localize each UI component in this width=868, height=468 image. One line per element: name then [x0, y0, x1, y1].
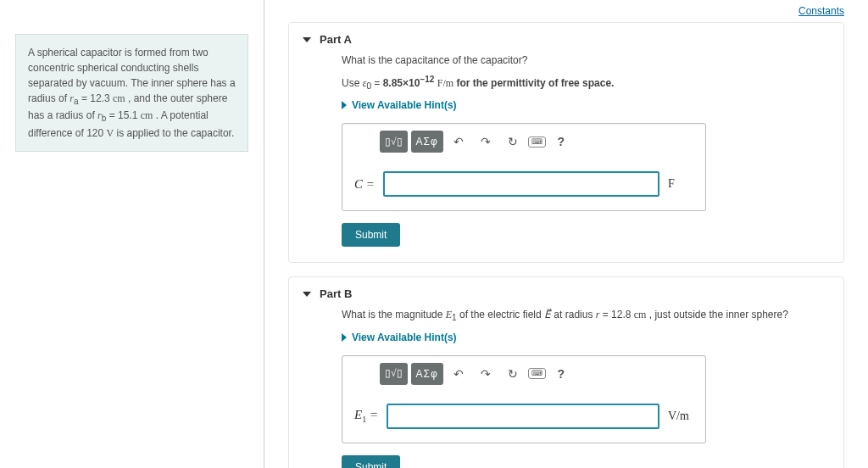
part-a-body: What is the capacitance of the capacitor…: [303, 54, 830, 247]
redo-icon[interactable]: ↷: [474, 131, 498, 153]
keyboard-icon[interactable]: ⌨: [528, 368, 546, 379]
part-a-answer-box: ▯√▯ ΑΣφ ↶ ↷ ↻ ⌨ ? C = F: [342, 123, 706, 211]
part-b-input[interactable]: [387, 404, 659, 429]
template-button[interactable]: ▯√▯: [380, 363, 408, 385]
hints-label: View Available Hint(s): [352, 99, 457, 111]
part-a-use-line: Use ε0 = 8.85×10−12 F/m for the permitti…: [342, 75, 821, 91]
template-button[interactable]: ▯√▯: [380, 131, 408, 153]
part-a-question: What is the capacitance of the capacitor…: [342, 54, 821, 66]
triangle-right-icon: [342, 333, 347, 342]
reset-icon[interactable]: ↻: [501, 131, 525, 153]
part-a-title: Part A: [320, 33, 352, 46]
reset-icon[interactable]: ↻: [501, 363, 525, 385]
part-a-var: C =: [354, 177, 375, 192]
part-a-block: Part A What is the capacitance of the ca…: [288, 22, 844, 263]
undo-icon[interactable]: ↶: [447, 363, 470, 385]
greek-button[interactable]: ΑΣφ: [411, 363, 443, 385]
part-b-answer-box: ▯√▯ ΑΣφ ↶ ↷ ↻ ⌨ ? E1 = V/m: [342, 355, 706, 443]
part-a-unit: F: [668, 177, 693, 191]
triangle-right-icon: [342, 101, 347, 109]
part-b-body: What is the magnitude E1 of the electric…: [303, 309, 830, 468]
part-b-question: What is the magnitude E1 of the electric…: [342, 309, 821, 322]
part-b-title: Part B: [320, 287, 352, 300]
help-icon[interactable]: ?: [549, 363, 573, 385]
right-column: Constants Part A What is the capacitance…: [264, 0, 868, 468]
part-b-answer-row: E1 = V/m: [342, 392, 705, 443]
part-a-header[interactable]: Part A: [303, 31, 830, 54]
constants-link[interactable]: Constants: [798, 5, 844, 17]
problem-statement: A spherical capacitor is formed from two…: [15, 34, 248, 152]
caret-down-icon: [303, 37, 311, 42]
caret-down-icon: [303, 292, 311, 297]
part-b-block: Part B What is the magnitude E1 of the e…: [288, 276, 844, 468]
help-icon[interactable]: ?: [549, 131, 573, 153]
part-b-var: E1 =: [354, 408, 378, 424]
greek-button[interactable]: ΑΣφ: [411, 131, 443, 153]
part-b-header[interactable]: Part B: [303, 286, 830, 309]
hints-label: View Available Hint(s): [352, 332, 457, 343]
part-b-toolbar: ▯√▯ ΑΣφ ↶ ↷ ↻ ⌨ ?: [342, 356, 705, 392]
part-a-input[interactable]: [383, 171, 659, 197]
part-a-answer-row: C = F: [342, 159, 705, 210]
part-a-submit-button[interactable]: Submit: [342, 223, 400, 247]
part-a-toolbar: ▯√▯ ΑΣφ ↶ ↷ ↻ ⌨ ?: [342, 124, 705, 159]
undo-icon[interactable]: ↶: [447, 131, 470, 153]
keyboard-icon[interactable]: ⌨: [528, 136, 546, 148]
redo-icon[interactable]: ↷: [474, 363, 498, 385]
part-b-submit-button[interactable]: Submit: [342, 455, 400, 468]
left-column: A spherical capacitor is formed from two…: [0, 0, 264, 468]
page: A spherical capacitor is formed from two…: [0, 0, 868, 468]
part-b-hints[interactable]: View Available Hint(s): [342, 332, 821, 343]
part-b-unit: V/m: [668, 410, 693, 423]
part-a-hints[interactable]: View Available Hint(s): [342, 99, 821, 111]
constants-link-row: Constants: [288, 0, 844, 22]
